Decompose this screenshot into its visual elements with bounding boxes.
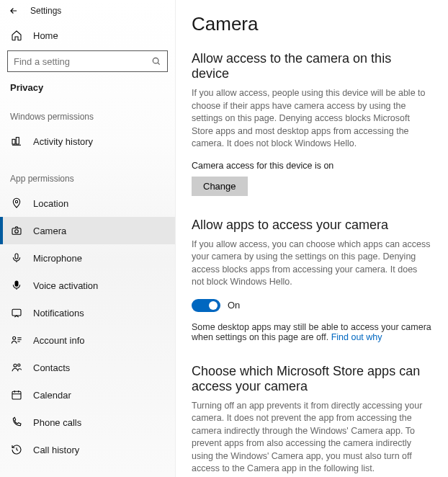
calendar-icon [10,388,23,401]
camera-icon [10,224,23,237]
apps-toggle[interactable] [192,299,220,312]
sidebar-item-label: Notifications [33,308,84,318]
section3-desc: Turning off an app prevents it from dire… [192,400,432,476]
sidebar-item-account-info[interactable]: Account info [0,326,175,354]
device-access-status: Camera access for this device is on [192,161,432,171]
svg-rect-12 [12,391,21,399]
home-link[interactable]: Home [0,23,175,48]
sidebar-item-label: Call history [33,445,79,455]
svg-point-0 [153,58,158,63]
home-icon [10,29,23,42]
sidebar-item-label: Microphone [33,253,82,264]
call-history-icon [10,443,23,456]
section2-heading: Allow apps to access your camera [192,218,432,233]
change-button[interactable]: Change [192,177,248,196]
svg-point-10 [14,364,17,367]
svg-rect-7 [15,281,18,286]
svg-point-5 [15,230,19,233]
svg-rect-8 [12,309,21,316]
search-box[interactable] [7,50,168,72]
location-icon [10,197,23,210]
section2-desc: If you allow access, you can choose whic… [192,239,432,289]
svg-point-9 [13,336,16,339]
breadcrumb: Privacy [0,79,175,106]
svg-rect-6 [15,254,18,259]
apps-toggle-label: On [228,300,240,311]
svg-rect-4 [12,228,21,235]
sidebar-item-calendar[interactable]: Calendar [0,381,175,409]
sidebar-item-label: Location [33,198,68,209]
sidebar-item-phone-calls[interactable]: Phone calls [0,409,175,436]
find-out-why-link[interactable]: Find out why [331,332,382,342]
section1-desc: If you allow access, people using this d… [192,87,432,151]
svg-rect-1 [12,139,15,144]
activity-history-icon [10,135,23,148]
back-icon[interactable] [9,6,19,16]
sidebar-item-location[interactable]: Location [0,190,175,217]
search-input[interactable] [14,56,151,67]
notifications-icon [10,306,23,319]
search-wrap [0,48,175,79]
window-title: Settings [30,6,61,16]
section-windows-permissions: Windows permissions [0,106,175,128]
sidebar-item-label: Contacts [33,362,70,373]
sidebar-item-label: Phone calls [33,417,81,428]
titlebar: Settings [0,6,175,23]
account-info-icon [10,334,23,347]
sidebar-item-notifications[interactable]: Notifications [0,299,175,326]
voice-activation-icon [10,279,23,292]
section-app-permissions: App permissions [0,168,175,190]
main-content: Camera Allow access to the camera on thi… [176,0,448,477]
sidebar-item-contacts[interactable]: Contacts [0,354,175,381]
section1-heading: Allow access to the camera on this devic… [192,51,432,81]
section3-heading: Choose which Microsoft Store apps can ac… [192,364,432,394]
microphone-icon [10,251,23,264]
sidebar: Settings Home Privacy Windows permission… [0,0,176,477]
sidebar-item-label: Activity history [33,136,93,147]
sidebar-item-activity-history[interactable]: Activity history [0,128,175,155]
sidebar-item-microphone[interactable]: Microphone [0,244,175,272]
sidebar-item-label: Camera [33,226,66,236]
svg-rect-2 [16,138,19,144]
contacts-icon [10,361,23,374]
sidebar-item-voice-activation[interactable]: Voice activation [0,272,175,299]
sidebar-item-label: Calendar [33,390,71,401]
sidebar-item-label: Voice activation [33,280,98,291]
phone-calls-icon [10,416,23,429]
desktop-apps-note: Some desktop apps may still be able to a… [192,322,432,342]
search-icon [151,56,161,66]
page-title: Camera [192,13,432,35]
svg-point-11 [18,364,20,366]
svg-point-3 [15,200,17,202]
sidebar-item-label: Account info [33,335,85,346]
sidebar-item-camera[interactable]: Camera [0,217,175,244]
sidebar-item-call-history[interactable]: Call history [0,436,175,463]
home-label: Home [33,30,58,41]
